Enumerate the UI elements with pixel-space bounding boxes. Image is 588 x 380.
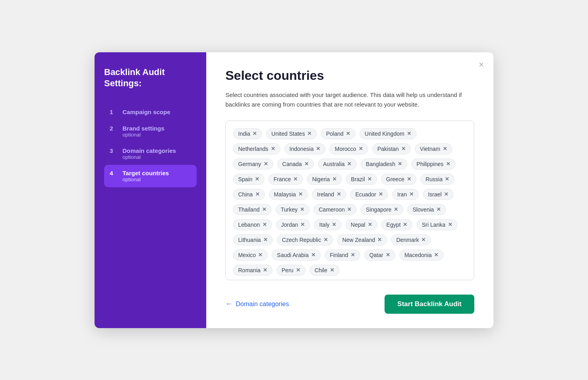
country-tag: New Zealand ✕ [337, 234, 387, 245]
country-tag-remove[interactable]: ✕ [444, 192, 448, 197]
country-tag-remove[interactable]: ✕ [258, 252, 262, 257]
country-tag-remove[interactable]: ✕ [377, 237, 382, 242]
sidebar-item-1[interactable]: 1 Campaign scope [104, 104, 197, 120]
sidebar-item-content-2: Brand settings optional [122, 125, 164, 138]
country-tag-remove[interactable]: ✕ [351, 252, 355, 257]
country-tag-remove[interactable]: ✕ [262, 207, 266, 212]
country-tag: Jordan ✕ [276, 219, 310, 230]
country-tag-remove[interactable]: ✕ [271, 146, 275, 151]
country-tag-remove[interactable]: ✕ [347, 207, 351, 212]
country-tag-label: Israel [428, 191, 442, 198]
page-title: Select countries [225, 68, 474, 83]
country-tag-remove[interactable]: ✕ [434, 252, 438, 257]
country-tag-label: Turkey [281, 206, 298, 213]
country-tag-remove[interactable]: ✕ [436, 207, 441, 212]
country-tag-remove[interactable]: ✕ [445, 176, 449, 182]
country-tag-remove[interactable]: ✕ [263, 237, 268, 242]
country-tag-remove[interactable]: ✕ [300, 222, 305, 227]
country-tag: Iran ✕ [392, 189, 419, 200]
country-tag-label: Iran [397, 191, 407, 198]
country-tag-remove[interactable]: ✕ [394, 207, 398, 212]
country-tag-remove[interactable]: ✕ [379, 192, 383, 197]
country-tag-label: Czech Republic [282, 237, 321, 243]
sidebar-item-label-4: Target countries [122, 170, 169, 176]
country-tag-label: India [238, 131, 250, 137]
country-tag: Lithuania ✕ [233, 234, 273, 245]
country-tag-label: Slovenia [412, 206, 434, 213]
country-tag-remove[interactable]: ✕ [264, 161, 268, 166]
country-tag-remove[interactable]: ✕ [296, 267, 300, 273]
country-tag-label: Nepal [351, 222, 365, 228]
close-button[interactable]: × [479, 60, 484, 69]
country-tag: United Kingdom ✕ [359, 128, 416, 139]
country-tag-remove[interactable]: ✕ [298, 192, 303, 197]
back-link-label: Domain categories [236, 301, 289, 308]
country-tag-remove[interactable]: ✕ [347, 161, 351, 166]
country-tag-label: Poland [326, 131, 343, 137]
country-tag: Greece ✕ [381, 174, 416, 185]
country-tag-remove[interactable]: ✕ [368, 222, 372, 227]
country-tag-remove[interactable]: ✕ [330, 267, 334, 273]
country-tag-label: Bangladesh [366, 161, 395, 167]
country-tag-remove[interactable]: ✕ [448, 222, 452, 227]
country-tag-remove[interactable]: ✕ [293, 176, 298, 182]
country-tag-remove[interactable]: ✕ [316, 146, 320, 151]
country-tag-remove[interactable]: ✕ [332, 222, 336, 227]
sidebar-item-2[interactable]: 2 Brand settings optional [104, 120, 197, 142]
country-tag-remove[interactable]: ✕ [255, 176, 259, 182]
country-tag-label: Jordan [281, 222, 298, 228]
country-tag-remove[interactable]: ✕ [263, 267, 267, 273]
country-tag-remove[interactable]: ✕ [407, 131, 411, 136]
country-tag-label: Qatar [369, 252, 383, 258]
country-tag: Canada ✕ [277, 158, 314, 170]
country-tag-remove[interactable]: ✕ [304, 161, 309, 166]
country-tag-remove[interactable]: ✕ [421, 237, 426, 242]
country-tag: Poland ✕ [321, 128, 355, 139]
country-tag-remove[interactable]: ✕ [446, 161, 450, 166]
country-tag-label: Sri Lanka [422, 222, 445, 228]
country-tag: Russia ✕ [420, 174, 455, 185]
country-tag: Romania ✕ [233, 265, 272, 276]
country-tag-remove[interactable]: ✕ [409, 192, 414, 197]
back-link[interactable]: ← Domain categories [225, 300, 289, 308]
country-tag-label: Russia [426, 176, 443, 182]
country-tag-label: Peru [282, 267, 294, 273]
sidebar-item-3[interactable]: 3 Domain categories optional [104, 142, 197, 165]
country-tag-remove[interactable]: ✕ [300, 207, 304, 212]
country-tag: Israel ✕ [423, 189, 454, 200]
country-tag-label: Lithuania [238, 237, 261, 243]
sidebar-item-sublabel-4: optional [122, 176, 169, 182]
country-tag-label: Germany [238, 161, 261, 167]
country-tag-remove[interactable]: ✕ [359, 146, 363, 151]
sidebar-item-4[interactable]: 4 Target countries optional [104, 165, 197, 187]
sidebar-item-label-2: Brand settings [122, 125, 164, 132]
country-tag-remove[interactable]: ✕ [262, 222, 267, 227]
country-tag-remove[interactable]: ✕ [311, 252, 316, 257]
country-tag-remove[interactable]: ✕ [386, 252, 390, 257]
country-tag-remove[interactable]: ✕ [253, 131, 257, 136]
country-tag: Vietnam ✕ [415, 143, 452, 154]
country-tag-remove[interactable]: ✕ [367, 176, 372, 182]
country-tag-remove[interactable]: ✕ [332, 176, 337, 182]
country-tag-remove[interactable]: ✕ [407, 176, 411, 182]
country-tag-remove[interactable]: ✕ [324, 237, 328, 242]
start-audit-button[interactable]: Start Backlink Audit [385, 295, 474, 314]
country-tag: Chile ✕ [310, 265, 339, 276]
country-tag-remove[interactable]: ✕ [401, 146, 406, 151]
country-tag-remove[interactable]: ✕ [337, 192, 341, 197]
country-tag: Lebanon ✕ [233, 219, 272, 230]
country-tag: Turkey ✕ [276, 204, 310, 215]
country-tag: Germany ✕ [233, 158, 273, 170]
country-tag-label: Mexico [238, 252, 256, 258]
country-tag-remove[interactable]: ✕ [346, 131, 350, 136]
country-tag: United States ✕ [266, 128, 317, 139]
country-tag-label: Spain [238, 176, 253, 182]
country-tag: Pakistan ✕ [372, 143, 411, 154]
country-tag-remove[interactable]: ✕ [403, 222, 407, 227]
country-tag-remove[interactable]: ✕ [398, 161, 402, 166]
sidebar-item-content-1: Campaign scope [122, 109, 170, 115]
country-tag-remove[interactable]: ✕ [255, 192, 260, 197]
country-tag: Denmark ✕ [391, 234, 431, 245]
country-tag-remove[interactable]: ✕ [443, 146, 447, 151]
country-tag-remove[interactable]: ✕ [307, 131, 312, 136]
